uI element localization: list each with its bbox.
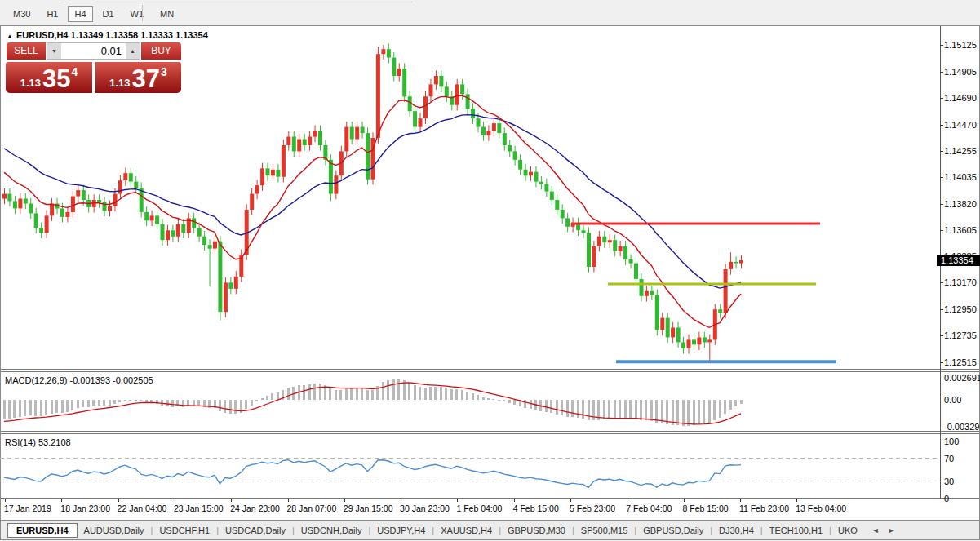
price-tick xyxy=(940,230,943,231)
price-axis-label: 1.14470 xyxy=(944,120,977,130)
timeframe-button-h1[interactable]: H1 xyxy=(40,6,64,22)
time-axis-label: 11 Feb 23:00 xyxy=(739,503,789,513)
time-tick xyxy=(175,499,175,502)
buy-price-main: 37 xyxy=(132,67,160,91)
time-axis-label: 30 Jan 23:00 xyxy=(400,503,450,513)
time-tick xyxy=(288,499,289,502)
timeframe-button-w1[interactable]: W1 xyxy=(124,6,151,22)
price-tick xyxy=(940,125,943,126)
time-axis-label: 29 Jan 15:00 xyxy=(344,503,393,513)
rsi-axis-label: 70 xyxy=(944,454,954,463)
sell-button[interactable]: SELL xyxy=(7,42,46,60)
rsi-axis-label: 0 xyxy=(944,494,949,503)
pane-separator-1[interactable] xyxy=(1,369,979,372)
price-tick xyxy=(940,151,943,152)
price-axis-label: 1.15125 xyxy=(944,40,977,50)
chart-tab-eurusd-h4[interactable]: EURUSD,H4 xyxy=(7,523,78,538)
time-axis-border xyxy=(1,498,979,499)
time-tick xyxy=(231,499,232,502)
chart-tab-tech100-h1[interactable]: TECH100,H1 xyxy=(763,523,829,538)
symbol-ohlc-text: EURUSD,H4 1.13349 1.13358 1.13333 1.1335… xyxy=(16,30,208,40)
chart-tab-usdcad-daily[interactable]: USDCAD,Daily xyxy=(219,523,292,538)
time-axis-label: 24 Jan 23:00 xyxy=(230,503,280,513)
chart-tab-uko[interactable]: UKO xyxy=(831,523,864,538)
price-tick xyxy=(940,45,943,46)
timeframe-button-h4[interactable]: H4 xyxy=(68,6,92,22)
chart-tab-sp500-m15[interactable]: SP500,M15 xyxy=(574,523,634,538)
chart-tab-audusd-daily[interactable]: AUDUSD,Daily xyxy=(78,523,151,538)
price-axis-label: 1.14690 xyxy=(944,93,977,103)
symbol-ohlc-line: ▲EURUSD,H4 1.13349 1.13358 1.13333 1.133… xyxy=(7,30,208,40)
volume-increase-button[interactable]: ▲ xyxy=(126,43,140,59)
timeframe-toolbar: M30H1H4D1W1MN xyxy=(0,3,980,24)
time-axis-label: 7 Feb 04:00 xyxy=(626,503,672,513)
time-tick xyxy=(344,499,345,502)
pane-separator-2[interactable] xyxy=(1,431,979,434)
time-tick xyxy=(401,499,401,502)
buy-price-prefix: 1.13 xyxy=(109,77,130,89)
time-tick xyxy=(627,499,627,502)
price-axis-label: 1.14255 xyxy=(944,146,977,156)
price-axis-label: 1.13820 xyxy=(944,199,977,209)
time-axis-label: 5 Feb 23:00 xyxy=(570,503,615,513)
chart-tab-dj30-h4[interactable]: DJ30,H4 xyxy=(712,523,760,538)
tab-scroll-left-icon[interactable]: ◄ xyxy=(872,526,888,534)
chart-tab-bar: EURUSD,H4AUDUSD,Daily|USDCHF,H1|USDCAD,D… xyxy=(1,520,979,539)
volume-control: ▼ ▲ xyxy=(47,42,140,60)
macd-axis-label: -0.003296 xyxy=(944,422,980,432)
time-axis-label: 18 Jan 23:00 xyxy=(60,503,110,513)
price-axis-label: 1.14035 xyxy=(944,172,977,182)
time-axis-label: 23 Jan 15:00 xyxy=(174,503,224,513)
time-tick xyxy=(570,499,571,502)
time-axis-label: 4 Feb 15:00 xyxy=(513,503,559,513)
chart-tab-xauusd-h4[interactable]: XAUUSD,H4 xyxy=(434,523,499,538)
price-tick xyxy=(940,177,943,178)
time-axis-label: 17 Jan 2019 xyxy=(4,503,51,513)
tab-scroll-right-icon[interactable]: ► xyxy=(888,526,903,534)
rsi-canvas[interactable] xyxy=(0,435,940,498)
price-axis-label: 1.13170 xyxy=(944,277,977,287)
time-axis-label: 22 Jan 04:00 xyxy=(118,503,167,513)
current-price-marker: 1.13354 xyxy=(937,255,980,266)
chart-tab-gbpusd-m30[interactable]: GBPUSD,M30 xyxy=(501,523,572,538)
price-axis-label: 1.12735 xyxy=(944,330,977,340)
sell-price-pip: 4 xyxy=(72,65,78,78)
volume-decrease-button[interactable]: ▼ xyxy=(47,43,61,59)
time-tick xyxy=(796,499,797,502)
price-axis-label: 1.12515 xyxy=(944,357,977,367)
window-chrome-divider xyxy=(61,2,412,2)
chart-tab-usdchf-h1[interactable]: USDCHF,H1 xyxy=(153,523,216,538)
chart-tab-usdjpy-h4[interactable]: USDJPY,H4 xyxy=(370,523,432,538)
toolbar-divider xyxy=(142,5,143,21)
macd-label: MACD(12,26,9) -0.001393 -0.002505 xyxy=(5,375,153,385)
sell-price-panel[interactable]: 1.13 35 4 xyxy=(6,62,92,93)
chart-tab-gbpusd-daily[interactable]: GBPUSD,Daily xyxy=(636,523,710,538)
timeframe-button-m30[interactable]: M30 xyxy=(7,6,37,22)
price-tick xyxy=(940,282,943,283)
price-tick xyxy=(940,335,943,336)
time-tick xyxy=(5,499,6,502)
rsi-axis-label: 100 xyxy=(944,437,959,446)
price-axis-label: 1.14905 xyxy=(944,67,977,77)
triangle-up-icon: ▲ xyxy=(130,48,135,54)
timeframe-button-mn[interactable]: MN xyxy=(153,6,180,22)
chart-tab-usdcnh-daily[interactable]: USDCNH,Daily xyxy=(295,523,369,538)
macd-axis-label: 0.002691 xyxy=(944,373,980,383)
time-axis-label: 1 Feb 04:00 xyxy=(456,503,502,513)
price-tick xyxy=(940,362,943,363)
collapse-triangle-icon[interactable]: ▲ xyxy=(7,33,13,40)
timeframe-button-d1[interactable]: D1 xyxy=(96,6,121,22)
volume-input[interactable] xyxy=(61,43,126,59)
time-axis-label: 28 Jan 07:00 xyxy=(287,503,337,513)
time-axis-label: 8 Feb 15:00 xyxy=(683,503,729,513)
price-axis-label: 1.13605 xyxy=(944,225,977,235)
buy-button[interactable]: BUY xyxy=(141,42,181,60)
sell-price-main: 35 xyxy=(42,67,70,91)
rsi-axis-label: 30 xyxy=(944,477,954,486)
time-tick xyxy=(118,499,119,502)
buy-price-panel[interactable]: 1.13 37 3 xyxy=(95,62,181,93)
price-tick xyxy=(940,98,943,99)
time-tick xyxy=(740,499,741,502)
buy-price-pip: 3 xyxy=(161,65,167,78)
triangle-down-icon: ▼ xyxy=(51,48,57,54)
